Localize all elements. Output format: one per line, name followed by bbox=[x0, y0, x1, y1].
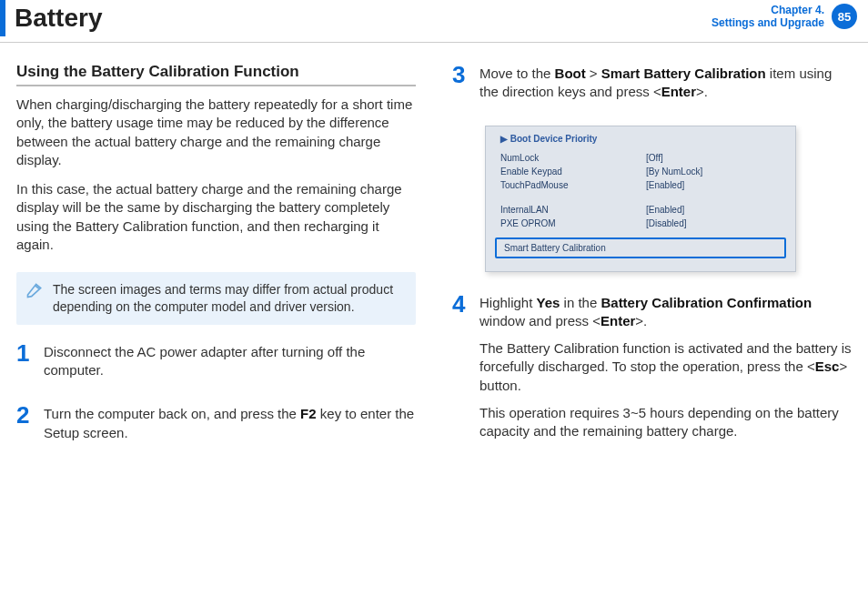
bios-value: [Off] bbox=[646, 151, 663, 165]
step-3: 3 Move to the Boot > Smart Battery Calib… bbox=[452, 63, 852, 111]
bios-header: ▶ Boot Device Priority bbox=[486, 134, 795, 149]
page-number-badge: 85 bbox=[832, 4, 857, 29]
bios-row: PXE OPROM[Disabled] bbox=[500, 217, 781, 230]
step-4-p3: This operation requires 3~5 hours depend… bbox=[479, 404, 852, 441]
step-number: 2 bbox=[16, 403, 44, 451]
page-title: Battery bbox=[15, 0, 102, 36]
intro-para-1: When charging/discharging the battery re… bbox=[16, 96, 416, 169]
step-number: 4 bbox=[452, 292, 479, 450]
chapter-line2: Settings and Upgrade bbox=[712, 16, 824, 29]
step-body: Highlight Yes in the Battery Calibration… bbox=[479, 292, 852, 450]
left-column: Using the Battery Calibration Function W… bbox=[16, 63, 416, 466]
bios-label: PXE OPROM bbox=[500, 217, 646, 230]
bios-spacer bbox=[486, 194, 795, 201]
step-4-text: Highlight Yes in the Battery Calibration… bbox=[479, 294, 852, 331]
right-column: 3 Move to the Boot > Smart Battery Calib… bbox=[452, 63, 852, 466]
bios-row: Enable Keypad[By NumLock] bbox=[500, 165, 781, 178]
bios-row: TouchPadMouse[Enabled] bbox=[500, 178, 781, 192]
step-number: 1 bbox=[16, 341, 44, 389]
title-wrap: Battery bbox=[0, 0, 102, 36]
step-1-text: Disconnect the AC power adapter after tu… bbox=[44, 343, 416, 380]
title-accent-bar bbox=[0, 0, 5, 36]
note-box: The screen images and terms may differ f… bbox=[16, 272, 416, 325]
step-4-p2: The Battery Calibration function is acti… bbox=[479, 339, 852, 395]
bios-value: [By NumLock] bbox=[646, 165, 702, 178]
bios-value: [Enabled] bbox=[646, 178, 684, 192]
step-2-text: Turn the computer back on, and press the… bbox=[44, 405, 416, 442]
bios-highlight: Smart Battery Calibration bbox=[495, 237, 786, 258]
content-columns: Using the Battery Calibration Function W… bbox=[0, 43, 868, 466]
bios-screenshot: ▶ Boot Device Priority NumLock[Off]Enabl… bbox=[485, 126, 796, 272]
step-body: Move to the Boot > Smart Battery Calibra… bbox=[479, 63, 852, 111]
note-icon bbox=[25, 281, 44, 299]
bios-label: TouchPadMouse bbox=[500, 178, 646, 192]
step-body: Disconnect the AC power adapter after tu… bbox=[44, 341, 416, 389]
bios-row: NumLock[Off] bbox=[500, 151, 781, 165]
section-heading: Using the Battery Calibration Function bbox=[16, 63, 416, 86]
bios-group-2: InternalLAN[Enabled]PXE OPROM[Disabled] bbox=[486, 201, 795, 232]
step-number: 3 bbox=[452, 63, 479, 111]
bios-label: NumLock bbox=[500, 151, 646, 165]
chapter-text: Chapter 4. Settings and Upgrade bbox=[712, 4, 824, 29]
chapter-line1: Chapter 4. bbox=[712, 4, 824, 16]
step-2: 2 Turn the computer back on, and press t… bbox=[16, 403, 416, 451]
bios-group-1: NumLock[Off]Enable Keypad[By NumLock]Tou… bbox=[486, 149, 795, 194]
bios-row: InternalLAN[Enabled] bbox=[500, 203, 781, 217]
step-3-text: Move to the Boot > Smart Battery Calibra… bbox=[479, 65, 852, 102]
bios-label: Enable Keypad bbox=[500, 165, 646, 178]
step-body: Turn the computer back on, and press the… bbox=[44, 403, 416, 451]
page-header: Battery Chapter 4. Settings and Upgrade … bbox=[0, 0, 868, 43]
step-1: 1 Disconnect the AC power adapter after … bbox=[16, 341, 416, 389]
bios-value: [Disabled] bbox=[646, 217, 686, 230]
bios-label: InternalLAN bbox=[500, 203, 646, 217]
step-4: 4 Highlight Yes in the Battery Calibrati… bbox=[452, 292, 852, 450]
note-text: The screen images and terms may differ f… bbox=[53, 282, 393, 314]
chapter-block: Chapter 4. Settings and Upgrade 85 bbox=[712, 0, 868, 29]
bios-value: [Enabled] bbox=[646, 203, 684, 217]
intro-para-2: In this case, the actual battery charge … bbox=[16, 180, 416, 254]
